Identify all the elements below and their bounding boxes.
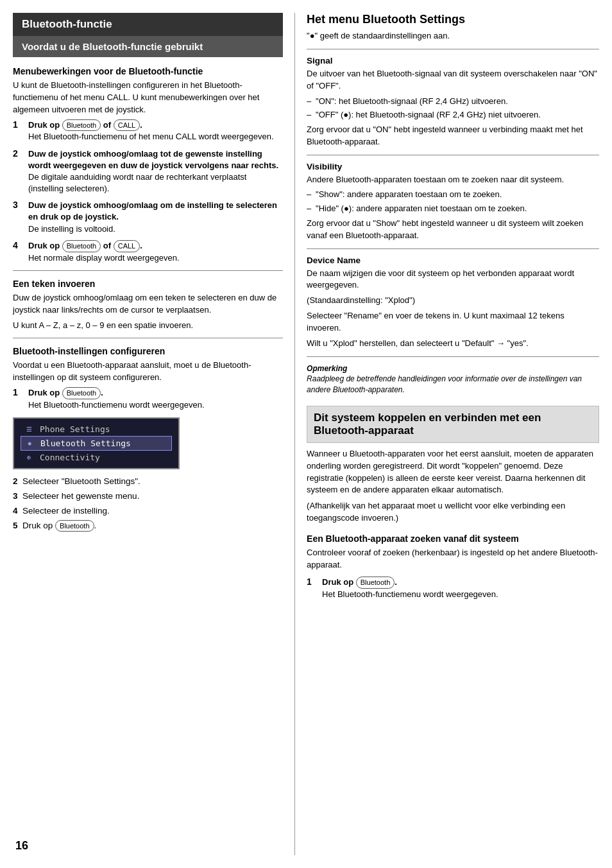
step-2-bold: Duw de joystick omhoog/omlaag tot de gew…: [28, 148, 283, 171]
signal-bullets: "ON": het Bluetooth-signaal (RF 2,4 GHz)…: [307, 96, 599, 121]
step-4: 4 Druk op Bluetooth of CALL. Het normale…: [13, 240, 283, 264]
step-4-bold: Druk op Bluetooth of CALL.: [28, 240, 283, 252]
config-step-5: 5 Druk op Bluetooth.: [13, 520, 283, 532]
section3-heading: Bluetooth-instellingen configureren: [13, 346, 283, 356]
visibility-para: Andere Bluetooth-apparaten toestaan om t…: [307, 174, 599, 186]
visibility-extra: Zorg ervoor dat u "Show" hebt ingesteld …: [307, 218, 599, 242]
menu-connectivity-label: Connectivity: [40, 453, 169, 462]
device-name-heading: Device Name: [307, 256, 599, 265]
subsection-visibility: Visibility Andere Bluetooth-apparaten to…: [307, 162, 599, 242]
call-button-badge2: CALL: [114, 240, 140, 252]
config-step-1-sub: Het Bluetooth-functiemenu wordt weergege…: [28, 399, 283, 411]
main-title-text: Bluetooth-functie: [22, 18, 112, 30]
opmerking-block: Opmerking Raadpleeg de betreffende handl…: [307, 363, 599, 395]
device-name-para3: Selecteer "Rename" en voer de tekens in.…: [307, 310, 599, 334]
config-step-4: 4 Selecteer de instelling.: [13, 505, 283, 517]
config-step-2: 2 Selecteer "Bluetooth Settings".: [13, 476, 283, 488]
subsection-device-name: Device Name De naam wijzigen die voor di…: [307, 256, 599, 350]
bluetooth-button-badge2: Bluetooth: [62, 240, 101, 252]
signal-bullet-on: "ON": het Bluetooth-signaal (RF 2,4 GHz)…: [307, 96, 599, 107]
right-column: Het menu Bluetooth Settings "●" geeft de…: [294, 13, 599, 855]
step-3-num: 3: [13, 200, 23, 210]
divider-r4: [307, 356, 599, 357]
step-3-bold: Duw de joystick omhoog/omlaag om de inst…: [28, 200, 283, 223]
zoeken-step-1: 1 Druk op Bluetooth. Het Bluetooth-funct…: [307, 577, 599, 600]
koppelen-heading: Dit systeem koppelen en verbinden met ee…: [307, 406, 599, 443]
menu-phone-label: Phone Settings: [40, 424, 169, 434]
menu-row-phone: ☰ Phone Settings: [21, 422, 172, 436]
section-bt-menu: Het menu Bluetooth Settings "●" geeft de…: [307, 13, 599, 395]
section2-para1: Duw de joystick omhoog/omlaag om een tek…: [13, 292, 283, 317]
main-title: Bluetooth-functie: [13, 13, 283, 36]
bt-menu-intro: "●" geeft de standaardinstellingen aan.: [307, 30, 599, 42]
connectivity-icon: ⊕: [23, 454, 35, 461]
step-1: 1 Druk op Bluetooth of CALL. Het Bluetoo…: [13, 119, 283, 143]
divider-r1: [307, 49, 599, 49]
opmerking-text: Opmerking Raadpleeg de betreffende handl…: [307, 363, 599, 395]
config-step-1: 1 Druk op Bluetooth. Het Bluetooth-funct…: [13, 387, 283, 411]
subsection-signal: Signal De uitvoer van het Bluetooth-sign…: [307, 56, 599, 148]
signal-extra: Zorg ervoor dat u "ON" hebt ingesteld wa…: [307, 124, 599, 148]
visibility-heading: Visibility: [307, 162, 599, 171]
config-step-1-content: Druk op Bluetooth. Het Bluetooth-functie…: [28, 387, 283, 411]
bluetooth-button-badge3: Bluetooth: [62, 387, 101, 399]
step-3-sub: De instelling is voltooid.: [28, 223, 283, 235]
step-4-num: 4: [13, 240, 23, 250]
visibility-bullet-show: "Show": andere apparaten toestaan om te …: [307, 189, 599, 200]
sub-title-text: Voordat u de Bluetooth-functie gebruikt: [22, 41, 203, 52]
step-1-num: 1: [13, 119, 23, 130]
device-name-para4: Wilt u "Xplod" herstellen, dan selecteer…: [307, 338, 599, 350]
left-column: Bluetooth-functie Voordat u de Bluetooth…: [13, 13, 294, 855]
visibility-bullet-hide: "Hide" (●): andere apparaten niet toesta…: [307, 203, 599, 214]
koppelen-extra: (Afhankelijk van het apparaat moet u wel…: [307, 500, 599, 525]
zoeken-step-1-content: Druk op Bluetooth. Het Bluetooth-functie…: [322, 577, 599, 600]
sub-title: Voordat u de Bluetooth-functie gebruikt: [13, 36, 283, 57]
bluetooth-settings-icon: ✱: [24, 440, 35, 447]
bluetooth-button-badge5: Bluetooth: [356, 577, 395, 589]
section2-para2: U kunt A – Z, a – z, 0 – 9 en een spatie…: [13, 320, 283, 332]
step-2-num: 2: [13, 148, 23, 159]
menu-row-connectivity: ⊕ Connectivity: [21, 451, 172, 464]
step-1-bold: Druk op Bluetooth of CALL.: [28, 119, 283, 132]
config-step-1-num: 1: [13, 387, 23, 397]
step-3: 3 Duw de joystick omhoog/omlaag om de in…: [13, 200, 283, 235]
step-2-content: Duw de joystick omhoog/omlaag tot de gew…: [28, 148, 283, 195]
section-menubewerkingen: Menubewerkingen voor de Bluetooth-functi…: [13, 66, 283, 264]
visibility-bullets: "Show": andere apparaten toestaan om te …: [307, 189, 599, 214]
section-bt-config: Bluetooth-instellingen configureren Voor…: [13, 346, 283, 532]
menu-bluetooth-label: Bluetooth Settings: [40, 438, 169, 448]
divider-2: [13, 338, 283, 338]
step-1-sub: Het Bluetooth-functiemenu of het menu CA…: [28, 131, 283, 143]
bluetooth-button-badge: Bluetooth: [62, 119, 101, 132]
opmerking-title: Opmerking: [307, 364, 347, 373]
zoeken-step-1-num: 1: [307, 577, 317, 587]
menu-row-bluetooth: ✱ Bluetooth Settings: [21, 436, 172, 451]
phone-settings-icon: ☰: [23, 426, 35, 433]
section1-heading: Menubewerkingen voor de Bluetooth-functi…: [13, 66, 283, 76]
step-4-content: Druk op Bluetooth of CALL. Het normale d…: [28, 240, 283, 264]
menu-screenshot: ☰ Phone Settings ✱ Bluetooth Settings ⊕ …: [13, 417, 180, 469]
step-2: 2 Duw de joystick omhoog/omlaag tot de g…: [13, 148, 283, 195]
bluetooth-button-badge4: Bluetooth: [55, 520, 94, 532]
zoeken-intro: Controleer vooraf of zoeken (herkenbaar)…: [307, 547, 599, 571]
config-step-1-bold: Druk op Bluetooth.: [28, 387, 283, 399]
section-koppelen: Dit systeem koppelen en verbinden met ee…: [307, 406, 599, 525]
config-step-3: 3 Selecteer het gewenste menu.: [13, 490, 283, 503]
zoeken-step-1-sub: Het Bluetooth-functiemenu wordt weergege…: [322, 589, 599, 600]
page-number: 16: [15, 839, 28, 853]
divider-1: [13, 270, 283, 271]
signal-bullet-off: "OFF" (●): het Bluetooth-signaal (RF 2,4…: [307, 109, 599, 121]
section1-intro: U kunt de Bluetooth-instellingen configu…: [13, 80, 283, 116]
zoeken-step-1-bold: Druk op Bluetooth.: [322, 577, 599, 589]
call-button-badge: CALL: [114, 119, 140, 132]
step-2-sub: De digitale aanduiding wordt naar de rec…: [28, 171, 283, 195]
section-teken-invoeren: Een teken invoeren Duw de joystick omhoo…: [13, 279, 283, 332]
signal-para: De uitvoer van het Bluetooth-signaal van…: [307, 68, 599, 92]
divider-r2: [307, 155, 599, 155]
zoeken-heading: Een Bluetooth-apparaat zoeken vanaf dit …: [307, 534, 599, 544]
step-4-sub: Het normale display wordt weergegeven.: [28, 252, 283, 264]
config-steps-list: 2 Selecteer "Bluetooth Settings". 3 Sele…: [13, 476, 283, 532]
step-3-content: Duw de joystick omhoog/omlaag om de inst…: [28, 200, 283, 235]
bt-menu-heading: Het menu Bluetooth Settings: [307, 13, 599, 26]
koppelen-intro: Wanneer u Bluetooth-apparaten voor het e…: [307, 448, 599, 496]
